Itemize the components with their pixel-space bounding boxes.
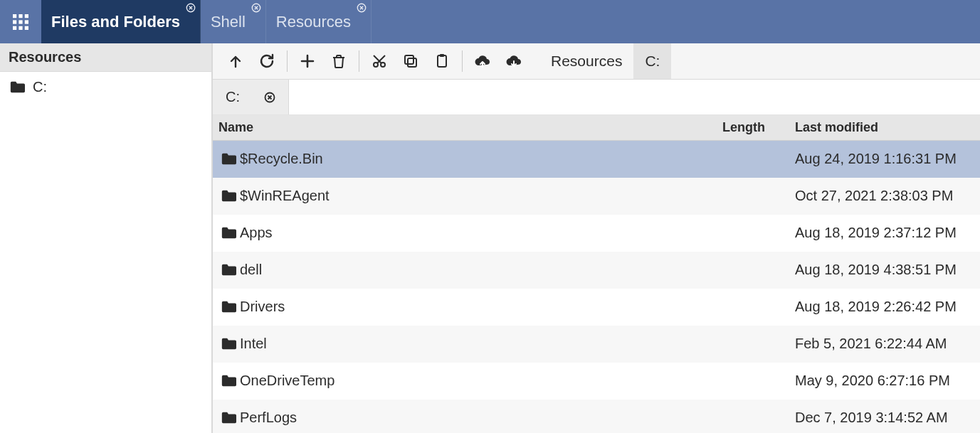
path-tab[interactable]: C:: [213, 80, 289, 114]
row-modified: Aug 18, 2019 2:37:12 PM: [791, 225, 980, 241]
row-modified: Aug 18, 2019 2:26:42 PM: [791, 299, 980, 315]
close-icon[interactable]: [264, 92, 275, 103]
top-tab[interactable]: Shell: [201, 0, 266, 43]
table-row[interactable]: DriversAug 18, 2019 2:26:42 PM: [213, 289, 980, 326]
table-header: Name Length Last modified: [213, 115, 980, 141]
folder-icon: [213, 262, 240, 278]
top-tab[interactable]: Files and Folders: [41, 0, 201, 43]
row-name: Intel: [240, 336, 722, 352]
close-icon[interactable]: [251, 3, 261, 13]
row-name: $WinREAgent: [240, 188, 722, 204]
up-button[interactable]: [220, 47, 251, 75]
row-name: dell: [240, 262, 722, 278]
paste-button[interactable]: [426, 47, 458, 75]
table-row[interactable]: AppsAug 18, 2019 2:37:12 PM: [213, 215, 980, 252]
toolbar-separator: [287, 50, 288, 72]
breadcrumb[interactable]: C:: [633, 43, 671, 79]
row-modified: Aug 18, 2019 4:38:51 PM: [791, 262, 980, 278]
tree-item[interactable]: C:: [7, 76, 204, 98]
top-tab-label: Files and Folders: [51, 13, 180, 31]
folder-icon: [213, 336, 240, 352]
folder-icon: [213, 225, 240, 241]
cut-button[interactable]: [364, 47, 395, 75]
close-icon[interactable]: [186, 3, 196, 13]
table-row[interactable]: $WinREAgentOct 27, 2021 2:38:03 PM: [213, 178, 980, 215]
sidebar-title: Resources: [0, 43, 211, 72]
refresh-button[interactable]: [251, 47, 283, 75]
tree-item-label: C:: [33, 79, 47, 95]
top-tab-label: Resources: [276, 13, 351, 31]
row-name: $Recycle.Bin: [240, 151, 722, 167]
toolbar: ResourcesC:: [213, 43, 980, 80]
content-area: ResourcesC: C: Name Length Last modified…: [212, 43, 980, 433]
download-button[interactable]: [498, 47, 529, 75]
delete-button[interactable]: [323, 47, 354, 75]
table-row[interactable]: IntelFeb 5, 2021 6:22:44 AM: [213, 326, 980, 363]
upload-button[interactable]: [467, 47, 498, 75]
top-tab-bar: Files and FoldersShellResources: [0, 0, 980, 43]
folder-icon: [7, 80, 27, 95]
toolbar-separator: [462, 50, 463, 72]
new-button[interactable]: [292, 47, 323, 75]
table-row[interactable]: dellAug 18, 2019 4:38:51 PM: [213, 252, 980, 289]
row-name: Apps: [240, 225, 722, 241]
row-name: Drivers: [240, 299, 722, 315]
folder-icon: [213, 299, 240, 315]
toolbar-separator: [359, 50, 359, 72]
breadcrumb[interactable]: Resources: [539, 43, 633, 79]
close-icon[interactable]: [357, 3, 367, 13]
col-header-name[interactable]: Name: [213, 120, 722, 135]
folder-icon: [213, 188, 240, 204]
top-tab-label: Shell: [211, 13, 246, 31]
row-name: OneDriveTemp: [240, 373, 722, 389]
row-modified: Feb 5, 2021 6:22:44 AM: [791, 336, 980, 352]
row-modified: Dec 7, 2019 3:14:52 AM: [791, 410, 980, 426]
col-header-length[interactable]: Length: [722, 120, 791, 135]
top-tab[interactable]: Resources: [266, 0, 372, 43]
row-name: PerfLogs: [240, 410, 722, 426]
folder-icon: [213, 373, 240, 389]
row-modified: May 9, 2020 6:27:16 PM: [791, 373, 980, 389]
col-header-modified[interactable]: Last modified: [791, 120, 980, 135]
folder-icon: [213, 410, 240, 426]
table-row[interactable]: PerfLogsDec 7, 2019 3:14:52 AM: [213, 400, 980, 433]
table-row[interactable]: OneDriveTempMay 9, 2020 6:27:16 PM: [213, 363, 980, 400]
row-modified: Oct 27, 2021 2:38:03 PM: [791, 188, 980, 204]
sidebar: Resources C:: [0, 43, 212, 433]
row-modified: Aug 24, 2019 1:16:31 PM: [791, 151, 980, 167]
path-tab-label: C:: [226, 89, 240, 105]
table-row[interactable]: $Recycle.BinAug 24, 2019 1:16:31 PM: [213, 141, 980, 178]
copy-button[interactable]: [395, 47, 426, 75]
apps-grid-button[interactable]: [0, 0, 41, 43]
folder-icon: [213, 151, 240, 167]
